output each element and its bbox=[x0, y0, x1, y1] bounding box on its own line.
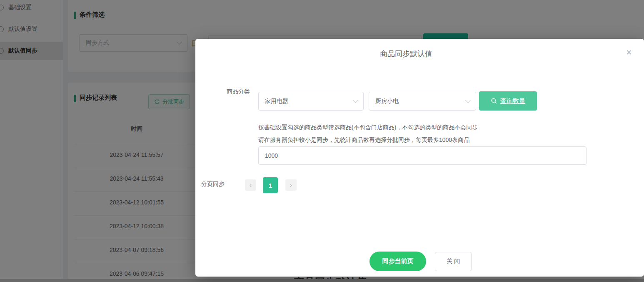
query-count-button[interactable]: 查询数量 bbox=[479, 91, 537, 111]
close-button[interactable]: 关 闭 bbox=[435, 252, 472, 271]
category-level1-select[interactable]: 家用电器 bbox=[258, 92, 364, 111]
page-root: 基础设置 默认值设置 默认值同步 条件筛选 同步方式 日 同步记录列表 分 bbox=[0, 0, 644, 282]
pager-next-button[interactable]: › bbox=[285, 179, 297, 191]
search-icon bbox=[491, 98, 497, 104]
chevron-down-icon bbox=[465, 98, 471, 103]
query-count-label: 查询数量 bbox=[500, 97, 525, 105]
category-level1-value: 家用电器 bbox=[265, 92, 288, 110]
sync-defaults-modal: 商品同步默认值 × 商品分类 家用电器 厨房小电 查询数量 按基础设置勾选的商品… bbox=[195, 39, 644, 277]
modal-title: 商品同步默认值 bbox=[195, 49, 617, 59]
page-size-input[interactable] bbox=[258, 146, 587, 165]
chevron-down-icon bbox=[353, 98, 358, 103]
sync-current-page-button[interactable]: 同步当前页 bbox=[369, 252, 426, 271]
close-icon[interactable]: × bbox=[624, 47, 634, 58]
pager-page-1-button[interactable]: 1 bbox=[263, 177, 278, 193]
hint-line-1: 按基础设置勾选的商品类型筛选商品(不包含门店商品)，不勾选的类型的商品不会同步 bbox=[258, 124, 478, 131]
hint-line-2: 请在服务器负担较小是同步，先统计商品数再选择分批同步，每页最多1000条商品 bbox=[258, 136, 469, 144]
category-level2-select[interactable]: 厨房小电 bbox=[369, 92, 476, 111]
pager-prev-button[interactable]: ‹ bbox=[245, 179, 256, 191]
category-level2-value: 厨房小电 bbox=[375, 92, 399, 110]
category-label: 商品分类 bbox=[218, 88, 250, 96]
pagination-label: 分页同步 bbox=[201, 181, 225, 188]
